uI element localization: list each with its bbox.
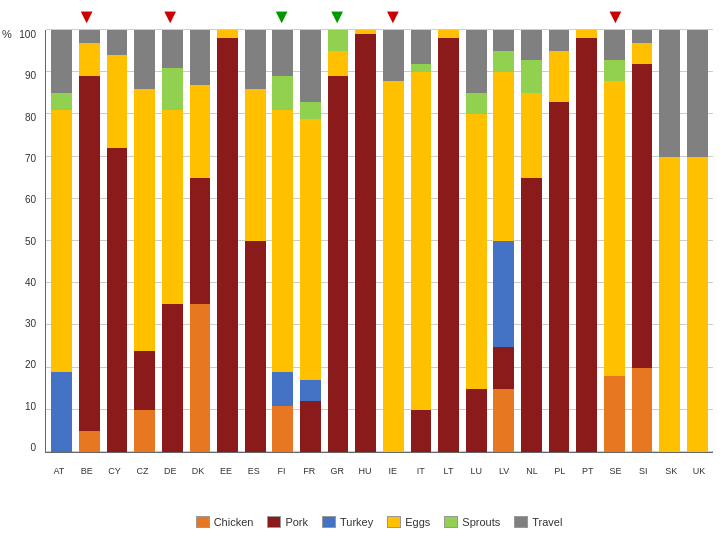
x-label-pt: PT [574, 466, 602, 476]
segment-eggs [411, 72, 432, 410]
segment-travel [245, 30, 266, 89]
segment-pork [438, 38, 459, 452]
segment-sprouts [328, 30, 349, 51]
segment-travel [604, 30, 625, 60]
segment-eggs [245, 89, 266, 241]
y-label-0: 0 [0, 443, 40, 453]
bar-group-es [241, 30, 269, 452]
segment-turkey [272, 372, 293, 406]
legend-label-eggs: Eggs [405, 516, 430, 528]
segment-pork [521, 178, 542, 452]
segment-eggs [632, 43, 653, 64]
red-arrow-ie: ▼ [383, 6, 403, 26]
legend-label-turkey: Turkey [340, 516, 373, 528]
segment-chicken [134, 410, 155, 452]
bar-dk [190, 30, 211, 452]
legend-item-chicken: Chicken [196, 516, 254, 528]
segment-travel [300, 30, 321, 102]
x-label-ie: IE [379, 466, 407, 476]
segment-pork [328, 76, 349, 452]
segment-travel [493, 30, 514, 51]
segment-eggs [687, 157, 708, 452]
segment-eggs [272, 110, 293, 372]
bar-group-it [407, 30, 435, 452]
bar-group-pt [573, 30, 601, 452]
bar-it [411, 30, 432, 452]
segment-eggs [521, 93, 542, 177]
bar-group-at [48, 30, 76, 452]
y-label-40: 40 [0, 278, 40, 288]
red-arrow-se: ▼ [606, 6, 626, 26]
segment-eggs [438, 30, 459, 38]
segment-travel [687, 30, 708, 157]
segment-sprouts [411, 64, 432, 72]
arrow-de: ▼ [156, 6, 184, 26]
segment-sprouts [604, 60, 625, 81]
x-label-es: ES [240, 466, 268, 476]
bar-group-be [76, 30, 104, 452]
bar-es [245, 30, 266, 452]
legend-color-chicken [196, 516, 210, 528]
segment-eggs [51, 110, 72, 372]
legend-label-travel: Travel [532, 516, 562, 528]
legend-item-sprouts: Sprouts [444, 516, 500, 528]
bar-se [604, 30, 625, 452]
legend-color-travel [514, 516, 528, 528]
x-label-it: IT [407, 466, 435, 476]
bar-fi [272, 30, 293, 452]
segment-chicken [190, 304, 211, 452]
x-label-se: SE [602, 466, 630, 476]
x-label-pl: PL [546, 466, 574, 476]
y-label-30: 30 [0, 319, 40, 329]
segment-pork [134, 351, 155, 410]
arrow-se: ▼ [602, 6, 630, 26]
segment-sprouts [493, 51, 514, 72]
segment-pork [107, 148, 128, 452]
bars-wrapper [46, 30, 713, 452]
legend-color-sprouts [444, 516, 458, 528]
bar-group-ee [214, 30, 242, 452]
legend-color-eggs [387, 516, 401, 528]
legend-item-turkey: Turkey [322, 516, 373, 528]
bar-group-cy [103, 30, 131, 452]
segment-travel [79, 30, 100, 43]
segment-chicken [632, 368, 653, 452]
segment-travel [162, 30, 183, 68]
x-label-lu: LU [462, 466, 490, 476]
segment-pork [162, 304, 183, 452]
segment-eggs [79, 43, 100, 77]
segment-eggs [328, 51, 349, 76]
segment-travel [411, 30, 432, 64]
bar-group-lv [490, 30, 518, 452]
y-label-10: 10 [0, 402, 40, 412]
bar-group-uk [683, 30, 711, 452]
legend: ChickenPorkTurkeyEggsSproutsTravel [45, 516, 713, 528]
legend-label-chicken: Chicken [214, 516, 254, 528]
bar-cy [107, 30, 128, 452]
x-label-nl: NL [518, 466, 546, 476]
segment-sprouts [521, 60, 542, 94]
segment-travel [466, 30, 487, 93]
segment-eggs [134, 89, 155, 351]
segment-chicken [79, 431, 100, 452]
x-label-fi: FI [268, 466, 296, 476]
legend-item-travel: Travel [514, 516, 562, 528]
legend-item-pork: Pork [267, 516, 308, 528]
segment-eggs [659, 157, 680, 452]
bar-pl [549, 30, 570, 452]
segment-eggs [466, 114, 487, 388]
arrow-gr: ▼ [323, 6, 351, 26]
segment-sprouts [466, 93, 487, 114]
green-arrow-fi: ▼ [272, 6, 292, 26]
bar-group-si [628, 30, 656, 452]
segment-travel [549, 30, 570, 51]
x-label-dk: DK [184, 466, 212, 476]
segment-travel [521, 30, 542, 60]
bar-group-fi [269, 30, 297, 452]
segment-pork [549, 102, 570, 452]
bar-nl [521, 30, 542, 452]
y-label-80: 80 [0, 113, 40, 123]
segment-eggs [383, 81, 404, 452]
bar-group-de [159, 30, 187, 452]
bar-fr [300, 30, 321, 452]
